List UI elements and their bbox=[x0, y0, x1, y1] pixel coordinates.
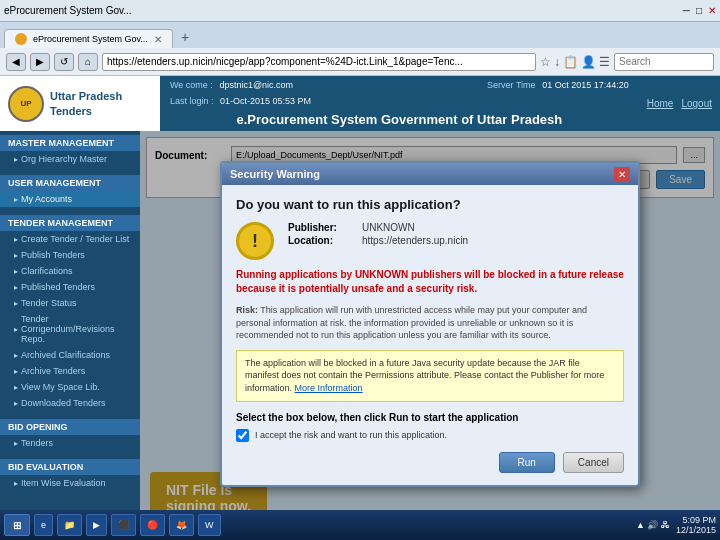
address-bar[interactable] bbox=[102, 53, 536, 71]
dialog-risk-text: Risk: This application will run with unr… bbox=[236, 304, 624, 342]
location-row: Location: https://etenders.up.nicin bbox=[288, 235, 624, 246]
taskbar-btn-explorer[interactable]: 📁 bbox=[57, 514, 82, 536]
risk-text: This application will run with unrestric… bbox=[236, 305, 587, 340]
run-btn[interactable]: Run bbox=[499, 452, 555, 473]
back-btn[interactable]: ◀ bbox=[6, 53, 26, 71]
taskbar-date-display: 12/1/2015 bbox=[676, 525, 716, 535]
bullet-icon: ▸ bbox=[14, 267, 18, 276]
sidebar-heading-bid-eval: Bid Evaluation bbox=[0, 459, 140, 475]
bullet-icon: ▸ bbox=[14, 195, 18, 204]
site-title: e.Procurement System Government of Uttar… bbox=[170, 112, 629, 127]
tab-label: eProcurement System Gov... bbox=[33, 34, 148, 44]
sidebar-item-my-accounts[interactable]: ▸ My Accounts bbox=[0, 191, 140, 207]
taskbar: ⊞ e 📁 ▶ ⬛ 🔴 🦊 W ▲ 🔊 🖧 5:09 PM 12/1/2015 bbox=[0, 510, 720, 540]
more-info-link[interactable]: More Information bbox=[295, 383, 363, 393]
header-center: We come : dpstnic1@nic.com Server Time 0… bbox=[160, 76, 639, 131]
sidebar-item-create-tender[interactable]: ▸ Create Tender / Tender List bbox=[0, 231, 140, 247]
refresh-btn[interactable]: ↺ bbox=[54, 53, 74, 71]
download-icon[interactable]: ↓ bbox=[554, 55, 560, 69]
bullet-icon: ▸ bbox=[14, 155, 18, 164]
maximize-icon[interactable]: □ bbox=[696, 5, 702, 16]
taskbar-btn-media[interactable]: ▶ bbox=[86, 514, 107, 536]
tab-close-icon[interactable]: ✕ bbox=[154, 34, 162, 45]
bullet-icon: ▸ bbox=[14, 235, 18, 244]
bullet-icon: ▸ bbox=[14, 479, 18, 488]
logout-link[interactable]: Logout bbox=[681, 98, 712, 109]
sidebar-item-tenders[interactable]: ▸ Tenders bbox=[0, 435, 140, 451]
home-link[interactable]: Home bbox=[647, 98, 674, 109]
bullet-icon: ▸ bbox=[14, 399, 18, 408]
forward-btn[interactable]: ▶ bbox=[30, 53, 50, 71]
bullet-icon: ▸ bbox=[14, 283, 18, 292]
bullet-icon: ▸ bbox=[14, 367, 18, 376]
dialog-question: Do you want to run this application? bbox=[236, 197, 624, 212]
menu-icon[interactable]: ☰ bbox=[599, 55, 610, 69]
dialog-publisher-row: ! Publisher: UNKNOWN Location: https://e… bbox=[236, 222, 624, 260]
content-area: Document: ... Cancel Save NIT File is si… bbox=[140, 131, 720, 540]
start-btn[interactable]: ⊞ bbox=[4, 514, 30, 536]
taskbar-clock: 5:09 PM 12/1/2015 bbox=[676, 515, 716, 535]
dialog-info: Publisher: UNKNOWN Location: https://ete… bbox=[288, 222, 624, 248]
sidebar-item-org-hierarchy[interactable]: ▸ Org Hierarchy Master bbox=[0, 151, 140, 167]
user-icon[interactable]: 👤 bbox=[581, 55, 596, 69]
browser-titlebar: eProcurement System Gov... ─ □ ✕ bbox=[0, 0, 720, 22]
systray-icons: ▲ 🔊 🖧 bbox=[636, 520, 670, 530]
sidebar-heading-tender: Tender Management bbox=[0, 215, 140, 231]
site-header: UP Uttar Pradesh Tenders We come : dpstn… bbox=[0, 76, 720, 131]
sidebar-heading-master: Master Management bbox=[0, 135, 140, 151]
sidebar-item-view-space-lib[interactable]: ▸ View My Space Lib. bbox=[0, 379, 140, 395]
dialog-titlebar: Security Warning ✕ bbox=[222, 163, 638, 185]
sidebar-section-bid-eval: Bid Evaluation ▸ Item Wise Evaluation bbox=[0, 455, 140, 495]
sidebar-heading-bid-opening: Bid Opening bbox=[0, 419, 140, 435]
checkbox-row: I accept the risk and want to run this a… bbox=[236, 429, 624, 442]
dialog-warning-text: Running applications by UNKNOWN publishe… bbox=[236, 268, 624, 296]
location-label: Location: bbox=[288, 235, 358, 246]
taskbar-btn-ie[interactable]: e bbox=[34, 514, 53, 536]
bullet-icon: ▸ bbox=[14, 251, 18, 260]
checkbox-label: I accept the risk and want to run this a… bbox=[255, 430, 447, 440]
browser-tab[interactable]: eProcurement System Gov... ✕ bbox=[4, 29, 173, 48]
security-warning-dialog: Security Warning ✕ Do you want to run th… bbox=[220, 161, 640, 487]
logo-text: Uttar Pradesh Tenders bbox=[50, 89, 122, 118]
tab-favicon bbox=[15, 33, 27, 45]
bookmark-icon[interactable]: 📋 bbox=[563, 55, 578, 69]
dialog-info-box: The application will be blocked in a fut… bbox=[236, 350, 624, 402]
taskbar-btn-firefox[interactable]: 🦊 bbox=[169, 514, 194, 536]
publisher-label: Publisher: bbox=[288, 222, 358, 233]
browser-title: eProcurement System Gov... bbox=[4, 5, 132, 16]
dialog-overlay: Security Warning ✕ Do you want to run th… bbox=[140, 131, 720, 540]
location-value: https://etenders.up.nicin bbox=[362, 235, 468, 246]
sidebar-item-corrigendum[interactable]: ▸ Tender Corrigendum/Revisions Repo. bbox=[0, 311, 140, 347]
sidebar-item-clarifications[interactable]: ▸ Clarifications bbox=[0, 263, 140, 279]
bullet-icon: ▸ bbox=[14, 351, 18, 360]
sidebar-item-published-tenders[interactable]: ▸ Published Tenders bbox=[0, 279, 140, 295]
taskbar-btn-word[interactable]: W bbox=[198, 514, 221, 536]
server-time: Server Time 01 Oct 2015 17:44:20 bbox=[487, 80, 629, 90]
logo-emblem: UP bbox=[8, 86, 44, 122]
star-icon[interactable]: ☆ bbox=[540, 55, 551, 69]
accept-risk-checkbox[interactable] bbox=[236, 429, 249, 442]
taskbar-btn-app2[interactable]: ⬛ bbox=[111, 514, 136, 536]
dialog-buttons: Run Cancel bbox=[236, 452, 624, 473]
publisher-row: Publisher: UNKNOWN bbox=[288, 222, 624, 233]
sidebar-item-downloaded-tenders[interactable]: ▸ Downloaded Tenders bbox=[0, 395, 140, 411]
dialog-title: Security Warning bbox=[230, 168, 320, 180]
search-input[interactable] bbox=[614, 53, 714, 71]
browser-toolbar: ◀ ▶ ↺ ⌂ ☆ ↓ 📋 👤 ☰ bbox=[0, 48, 720, 76]
publisher-value: UNKNOWN bbox=[362, 222, 415, 233]
sidebar-item-tender-status[interactable]: ▸ Tender Status bbox=[0, 295, 140, 311]
new-tab-btn[interactable]: + bbox=[173, 26, 197, 48]
close-window-icon[interactable]: ✕ bbox=[708, 5, 716, 16]
taskbar-btn-vlc[interactable]: 🔴 bbox=[140, 514, 165, 536]
sidebar-item-item-wise-eval[interactable]: ▸ Item Wise Evaluation bbox=[0, 475, 140, 491]
sidebar-section-bid-opening: Bid Opening ▸ Tenders bbox=[0, 415, 140, 455]
home-btn[interactable]: ⌂ bbox=[78, 53, 98, 71]
minimize-icon[interactable]: ─ bbox=[683, 5, 690, 16]
main-layout: Master Management ▸ Org Hierarchy Master… bbox=[0, 131, 720, 540]
dialog-cancel-btn[interactable]: Cancel bbox=[563, 452, 624, 473]
sidebar-item-archived-clarifications[interactable]: ▸ Archived Clarifications bbox=[0, 347, 140, 363]
sidebar-item-archive-tenders[interactable]: ▸ Archive Tenders bbox=[0, 363, 140, 379]
dialog-close-btn[interactable]: ✕ bbox=[614, 167, 630, 181]
page-body: UP Uttar Pradesh Tenders We come : dpstn… bbox=[0, 76, 720, 540]
sidebar-item-publish-tenders[interactable]: ▸ Publish Tenders bbox=[0, 247, 140, 263]
